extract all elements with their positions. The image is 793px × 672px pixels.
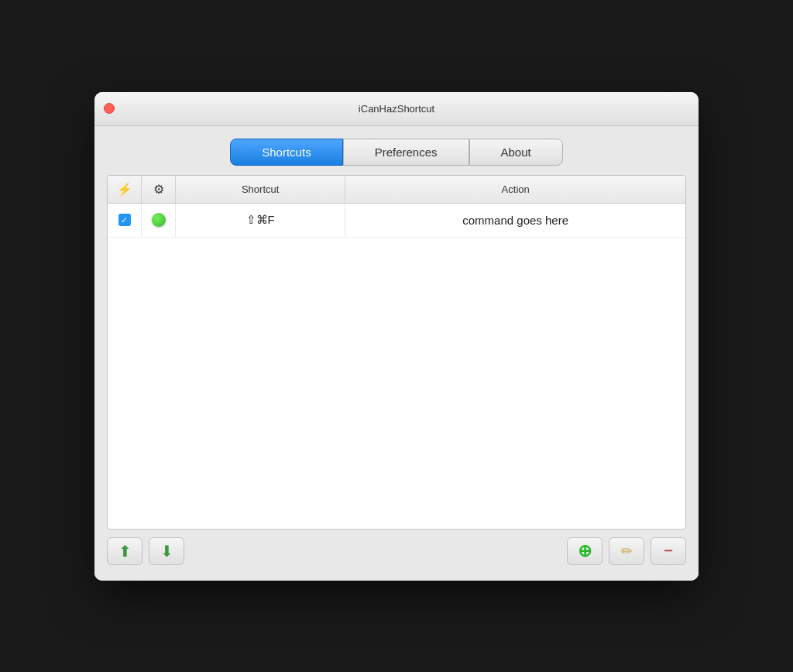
tab-bar: Shortcuts Preferences About [107,139,686,166]
app-window: iCanHazShortcut Shortcuts Preferences Ab… [94,92,699,581]
edit-button[interactable]: ✏ [609,537,644,565]
col-header-enabled: ⚡ [108,176,142,203]
tab-preferences[interactable]: Preferences [343,139,469,166]
col-header-shortcut: Shortcut [176,176,345,203]
status-indicator [152,213,166,227]
row-shortcut-cell: ⇧⌘F [176,204,345,237]
action-buttons: ⊕ ✏ − [567,537,686,565]
titlebar: iCanHazShortcut [94,92,699,126]
add-icon: ⊕ [578,541,592,561]
enabled-checkbox[interactable]: ✓ [118,214,131,226]
move-up-button[interactable]: ⬆ [107,537,142,565]
shortcut-value: ⇧⌘F [246,213,275,227]
add-button[interactable]: ⊕ [567,537,602,565]
action-value: command goes here [462,214,568,227]
up-arrow-icon: ⬆ [118,542,132,561]
down-arrow-icon: ⬇ [160,542,173,561]
pencil-icon: ✏ [621,543,633,560]
shortcuts-table: ⚡ ⚙ Shortcut Action ✓ [107,175,686,530]
tab-shortcuts[interactable]: Shortcuts [230,139,342,166]
row-status-cell [142,204,176,237]
move-down-button[interactable]: ⬇ [149,537,184,565]
col-header-settings: ⚙ [142,176,176,203]
table-header: ⚡ ⚙ Shortcut Action [108,176,685,204]
row-action-cell: command goes here [345,204,685,237]
row-enabled-cell[interactable]: ✓ [108,204,142,237]
gear-icon: ⚙ [153,182,164,197]
bottom-toolbar: ⬆ ⬇ ⊕ ✏ − [107,530,686,568]
close-button[interactable] [104,103,115,114]
move-buttons: ⬆ ⬇ [107,537,184,565]
minus-icon: − [664,542,673,560]
table-row[interactable]: ✓ ⇧⌘F command goes here [108,204,685,238]
tab-about[interactable]: About [469,139,563,166]
col-header-action: Action [345,176,685,203]
lightning-icon: ⚡ [117,182,132,197]
remove-button[interactable]: − [651,537,686,565]
window-content: Shortcuts Preferences About ⚡ ⚙ Shortcut [94,126,699,581]
checkmark-icon: ✓ [121,215,128,225]
window-title: iCanHazShortcut [359,103,434,115]
table-body: ✓ ⇧⌘F command goes here [108,204,685,529]
